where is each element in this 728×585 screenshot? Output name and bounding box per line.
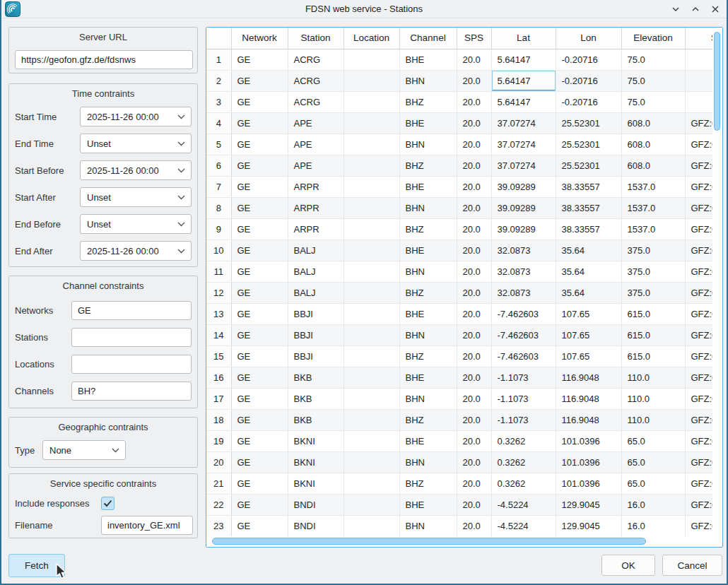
cell-network[interactable]: GE bbox=[231, 409, 288, 430]
cell-location[interactable] bbox=[344, 91, 399, 112]
cell-network[interactable]: GE bbox=[231, 197, 288, 218]
cell-elevation[interactable]: 1537.0 bbox=[621, 176, 685, 197]
table-row[interactable]: 9 GE ARPR BHZ 20.0 39.09289 38.33557 153… bbox=[206, 218, 712, 240]
cell-sps[interactable]: 20.0 bbox=[457, 261, 491, 282]
cell-sensor[interactable]: GFZ:G bbox=[685, 494, 712, 515]
cell-elevation[interactable]: 375.0 bbox=[621, 282, 685, 303]
cell-lon[interactable]: 129.9045 bbox=[556, 494, 621, 515]
cell-location[interactable] bbox=[344, 515, 399, 536]
cell-station[interactable]: BKNI bbox=[288, 473, 344, 494]
cell-network[interactable]: GE bbox=[231, 494, 288, 515]
column-header-station[interactable]: Station bbox=[288, 28, 344, 49]
cell-channel[interactable]: BHZ bbox=[399, 91, 457, 112]
table-row[interactable]: 14 GE BBJI BHN 20.0 -7.462603 107.65 615… bbox=[206, 324, 712, 345]
column-header-sensor[interactable]: S bbox=[685, 28, 712, 49]
cell-network[interactable]: GE bbox=[231, 451, 288, 473]
row-number[interactable]: 1 bbox=[206, 49, 231, 70]
cell-elevation[interactable]: 375.0 bbox=[621, 240, 685, 261]
table-row[interactable]: 10 GE BALJ BHE 20.0 32.0873 35.64 375.0 … bbox=[206, 240, 712, 261]
table-row[interactable]: 12 GE BALJ BHZ 20.0 32.0873 35.64 375.0 … bbox=[206, 282, 712, 303]
cell-lat[interactable]: -1.1073 bbox=[491, 409, 556, 430]
cell-elevation[interactable]: 608.0 bbox=[621, 134, 685, 155]
cell-lat[interactable]: -7.462603 bbox=[491, 324, 556, 345]
row-number[interactable]: 3 bbox=[206, 91, 231, 112]
cell-channel[interactable]: BHE bbox=[399, 112, 457, 134]
cell-network[interactable]: GE bbox=[231, 388, 288, 409]
cell-sensor[interactable]: GFZ:G bbox=[685, 240, 712, 261]
cell-station[interactable]: BBJI bbox=[288, 303, 344, 324]
cell-network[interactable]: GE bbox=[231, 367, 288, 388]
cell-lon[interactable]: 116.9048 bbox=[556, 367, 621, 388]
server-url-input[interactable] bbox=[15, 50, 193, 69]
cell-network[interactable]: GE bbox=[231, 473, 288, 494]
cell-station[interactable]: ARPR bbox=[288, 176, 344, 197]
cell-station[interactable]: BKNI bbox=[288, 451, 344, 473]
cell-sps[interactable]: 20.0 bbox=[457, 49, 491, 70]
vertical-scrollbar-thumb[interactable] bbox=[714, 32, 720, 131]
start-after-combo[interactable]: Unset bbox=[80, 187, 192, 207]
cell-station[interactable]: BALJ bbox=[288, 261, 344, 282]
cell-location[interactable] bbox=[344, 197, 399, 218]
cell-sensor[interactable]: GFZ:G bbox=[685, 134, 712, 155]
row-number[interactable]: 9 bbox=[206, 218, 231, 240]
row-number[interactable]: 20 bbox=[206, 451, 231, 473]
cell-location[interactable] bbox=[344, 473, 399, 494]
cell-sps[interactable]: 20.0 bbox=[457, 473, 491, 494]
cell-network[interactable]: GE bbox=[231, 155, 288, 176]
column-header-network[interactable]: Network bbox=[231, 28, 288, 49]
cell-elevation[interactable]: 65.0 bbox=[621, 473, 685, 494]
cell-sps[interactable]: 20.0 bbox=[457, 91, 491, 112]
row-number[interactable]: 23 bbox=[206, 515, 231, 536]
cell-sps[interactable]: 20.0 bbox=[457, 324, 491, 345]
table-row[interactable]: 13 GE BBJI BHE 20.0 -7.462603 107.65 615… bbox=[206, 303, 712, 324]
cell-location[interactable] bbox=[344, 155, 399, 176]
cell-elevation[interactable]: 615.0 bbox=[621, 303, 685, 324]
cell-network[interactable]: GE bbox=[231, 282, 288, 303]
cell-network[interactable]: GE bbox=[231, 134, 288, 155]
horizontal-scrollbar-thumb[interactable] bbox=[212, 538, 646, 545]
networks-input[interactable] bbox=[71, 301, 192, 320]
cell-elevation[interactable]: 16.0 bbox=[621, 494, 685, 515]
row-number[interactable]: 13 bbox=[206, 303, 231, 324]
cell-lon[interactable]: 101.0396 bbox=[556, 430, 621, 451]
cell-sps[interactable]: 20.0 bbox=[457, 218, 491, 240]
cell-location[interactable] bbox=[344, 176, 399, 197]
cell-station[interactable]: BNDI bbox=[288, 494, 344, 515]
cell-sps[interactable]: 20.0 bbox=[457, 112, 491, 134]
cell-channel[interactable]: BHN bbox=[399, 70, 457, 91]
cell-elevation[interactable]: 16.0 bbox=[621, 515, 685, 536]
cell-station[interactable]: BNDI bbox=[288, 515, 344, 536]
cell-lon[interactable]: 107.65 bbox=[556, 324, 621, 345]
end-after-combo[interactable]: 2025-11-26 00:00 bbox=[80, 241, 192, 261]
table-row[interactable]: 18 GE BKB BHZ 20.0 -1.1073 116.9048 110.… bbox=[206, 409, 712, 430]
cell-sps[interactable]: 20.0 bbox=[457, 409, 491, 430]
cell-station[interactable]: BALJ bbox=[288, 282, 344, 303]
cell-channel[interactable]: BHN bbox=[399, 451, 457, 473]
cell-channel[interactable]: BHZ bbox=[399, 282, 457, 303]
cell-station[interactable]: BBJI bbox=[288, 324, 344, 345]
cell-sensor[interactable]: GFZ:G bbox=[685, 112, 712, 134]
table-row[interactable]: 15 GE BBJI BHZ 20.0 -7.462603 107.65 615… bbox=[206, 345, 712, 367]
cell-lat[interactable]: 37.07274 bbox=[491, 112, 556, 134]
row-number[interactable]: 19 bbox=[206, 430, 231, 451]
cell-lat[interactable]: 32.0873 bbox=[491, 282, 556, 303]
cell-elevation[interactable]: 608.0 bbox=[621, 112, 685, 134]
cell-network[interactable]: GE bbox=[231, 112, 288, 134]
table-row[interactable]: 11 GE BALJ BHN 20.0 32.0873 35.64 375.0 … bbox=[206, 261, 712, 282]
cell-channel[interactable]: BHZ bbox=[399, 345, 457, 367]
cell-sensor[interactable]: GFZ:G bbox=[685, 367, 712, 388]
channels-input[interactable] bbox=[71, 382, 192, 401]
cell-channel[interactable]: BHE bbox=[399, 240, 457, 261]
cell-lat[interactable]: 32.0873 bbox=[491, 240, 556, 261]
cell-station[interactable]: ACRG bbox=[288, 70, 344, 91]
cell-sensor[interactable]: GFZ:G bbox=[685, 345, 712, 367]
cell-lat[interactable]: -4.5224 bbox=[491, 515, 556, 536]
cell-station[interactable]: APE bbox=[288, 155, 344, 176]
row-number[interactable]: 10 bbox=[206, 240, 231, 261]
cell-station[interactable]: ARPR bbox=[288, 197, 344, 218]
cell-station[interactable]: ARPR bbox=[288, 218, 344, 240]
cell-channel[interactable]: BHE bbox=[399, 494, 457, 515]
column-header-elevation[interactable]: Elevation bbox=[621, 28, 685, 49]
cell-station[interactable]: BBJI bbox=[288, 345, 344, 367]
cell-lon[interactable]: 35.64 bbox=[556, 261, 621, 282]
